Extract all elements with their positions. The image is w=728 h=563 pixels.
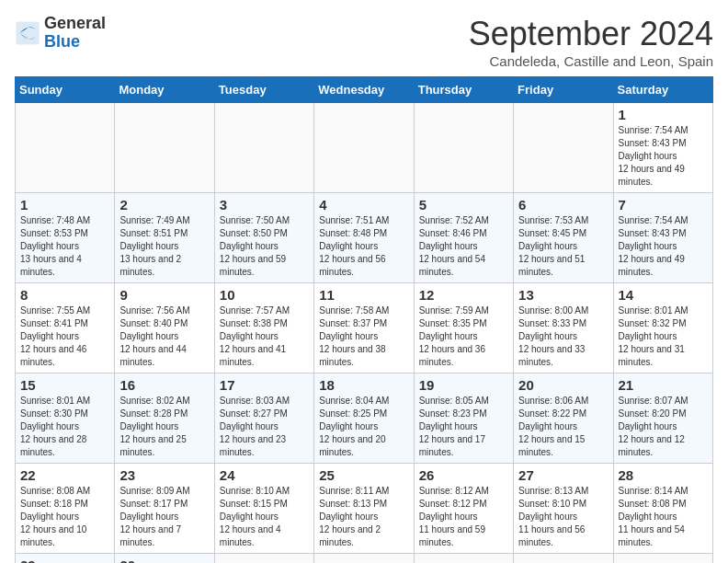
calendar-week-6: 29Sunrise: 8:15 AMSunset: 8:07 PMDayligh… xyxy=(16,554,713,564)
day-number: 16 xyxy=(119,377,209,393)
calendar-cell xyxy=(115,103,214,193)
calendar-cell: 1Sunrise: 7:48 AMSunset: 8:53 PMDaylight… xyxy=(16,193,115,283)
day-number: 2 xyxy=(119,197,209,213)
day-info: Sunrise: 8:07 AMSunset: 8:20 PMDaylight … xyxy=(619,395,708,459)
calendar-week-3: 8Sunrise: 7:55 AMSunset: 8:41 PMDaylight… xyxy=(16,283,713,373)
day-number: 13 xyxy=(518,287,608,303)
day-info: Sunrise: 8:13 AMSunset: 8:10 PMDaylight … xyxy=(518,485,608,549)
day-number: 27 xyxy=(518,467,608,483)
calendar-cell: 27Sunrise: 8:13 AMSunset: 8:10 PMDayligh… xyxy=(514,464,613,554)
day-number: 26 xyxy=(419,467,508,483)
title-area: September 2024 Candeleda, Castille and L… xyxy=(469,15,713,69)
day-number: 1 xyxy=(619,107,708,122)
calendar-cell: 29Sunrise: 8:15 AMSunset: 8:07 PMDayligh… xyxy=(16,554,115,564)
calendar-cell: 25Sunrise: 8:11 AMSunset: 8:13 PMDayligh… xyxy=(314,464,414,554)
day-info: Sunrise: 8:14 AMSunset: 8:08 PMDaylight … xyxy=(619,485,708,549)
header-friday: Friday xyxy=(514,77,613,103)
day-info: Sunrise: 7:58 AMSunset: 8:37 PMDaylight … xyxy=(319,304,408,369)
day-info: Sunrise: 7:48 AMSunset: 8:53 PMDaylight … xyxy=(20,214,109,279)
day-number: 12 xyxy=(419,287,508,303)
day-number: 29 xyxy=(20,557,109,563)
calendar-cell: 11Sunrise: 7:58 AMSunset: 8:37 PMDayligh… xyxy=(314,283,414,373)
day-number: 1 xyxy=(20,197,109,213)
day-info: Sunrise: 7:55 AMSunset: 8:41 PMDaylight … xyxy=(20,304,109,369)
day-info: Sunrise: 8:12 AMSunset: 8:12 PMDaylight … xyxy=(419,485,508,549)
calendar-cell: 3Sunrise: 7:50 AMSunset: 8:50 PMDaylight… xyxy=(214,193,313,283)
header-saturday: Saturday xyxy=(613,77,712,103)
day-number: 21 xyxy=(619,377,708,393)
logo-general-text: General xyxy=(44,14,106,32)
calendar-cell: 23Sunrise: 8:09 AMSunset: 8:17 PMDayligh… xyxy=(115,464,214,554)
calendar-cell xyxy=(514,103,613,193)
logo-blue-text: Blue xyxy=(44,32,80,51)
day-number: 5 xyxy=(419,197,508,213)
day-info: Sunrise: 8:06 AMSunset: 8:22 PMDaylight … xyxy=(518,395,608,459)
calendar-cell: 19Sunrise: 8:05 AMSunset: 8:23 PMDayligh… xyxy=(414,373,513,464)
day-number: 20 xyxy=(518,377,608,393)
day-number: 6 xyxy=(518,197,608,213)
calendar-cell: 15Sunrise: 8:01 AMSunset: 8:30 PMDayligh… xyxy=(16,373,115,464)
calendar-table: SundayMondayTuesdayWednesdayThursdayFrid… xyxy=(15,76,713,563)
calendar-cell: 28Sunrise: 8:14 AMSunset: 8:08 PMDayligh… xyxy=(613,464,712,554)
header-sunday: Sunday xyxy=(16,77,115,103)
day-number: 9 xyxy=(119,287,209,303)
header-monday: Monday xyxy=(115,77,214,103)
calendar-cell: 2Sunrise: 7:49 AMSunset: 8:51 PMDaylight… xyxy=(115,193,214,283)
calendar-cell: 14Sunrise: 8:01 AMSunset: 8:32 PMDayligh… xyxy=(613,283,712,373)
day-info: Sunrise: 8:04 AMSunset: 8:25 PMDaylight … xyxy=(319,395,408,459)
calendar-cell: 12Sunrise: 7:59 AMSunset: 8:35 PMDayligh… xyxy=(414,283,513,373)
day-number: 22 xyxy=(20,467,109,483)
calendar-week-2: 1Sunrise: 7:48 AMSunset: 8:53 PMDaylight… xyxy=(16,193,713,283)
day-number: 14 xyxy=(619,287,708,303)
calendar-week-1: 1Sunrise: 7:54 AMSunset: 8:43 PMDaylight… xyxy=(16,103,713,193)
calendar-cell: 13Sunrise: 8:00 AMSunset: 8:33 PMDayligh… xyxy=(514,283,613,373)
day-number: 25 xyxy=(319,467,408,483)
header-thursday: Thursday xyxy=(414,77,513,103)
day-info: Sunrise: 7:53 AMSunset: 8:45 PMDaylight … xyxy=(518,214,608,279)
day-number: 7 xyxy=(619,197,708,213)
calendar-cell xyxy=(414,554,513,564)
day-info: Sunrise: 8:10 AMSunset: 8:15 PMDaylight … xyxy=(220,485,309,549)
month-title: September 2024 xyxy=(469,15,713,53)
day-info: Sunrise: 8:02 AMSunset: 8:28 PMDaylight … xyxy=(119,395,209,459)
day-info: Sunrise: 8:08 AMSunset: 8:18 PMDaylight … xyxy=(20,485,109,549)
day-info: Sunrise: 8:11 AMSunset: 8:13 PMDaylight … xyxy=(319,485,408,549)
day-number: 28 xyxy=(619,467,708,483)
calendar-cell xyxy=(214,554,313,564)
day-number: 11 xyxy=(319,287,408,303)
day-info: Sunrise: 8:03 AMSunset: 8:27 PMDaylight … xyxy=(220,395,309,459)
calendar-cell: 10Sunrise: 7:57 AMSunset: 8:38 PMDayligh… xyxy=(214,283,313,373)
day-info: Sunrise: 7:50 AMSunset: 8:50 PMDaylight … xyxy=(220,214,309,279)
day-info: Sunrise: 7:54 AMSunset: 8:43 PMDaylight … xyxy=(619,214,708,279)
calendar-cell xyxy=(314,103,414,193)
day-info: Sunrise: 7:56 AMSunset: 8:40 PMDaylight … xyxy=(119,304,209,369)
logo: General Blue xyxy=(15,15,106,52)
day-number: 24 xyxy=(220,467,309,483)
page-header: General Blue September 2024 Candeleda, C… xyxy=(15,15,713,69)
calendar-cell: 7Sunrise: 7:54 AMSunset: 8:43 PMDaylight… xyxy=(613,193,712,283)
day-info: Sunrise: 7:59 AMSunset: 8:35 PMDaylight … xyxy=(419,304,508,369)
calendar-cell: 6Sunrise: 7:53 AMSunset: 8:45 PMDaylight… xyxy=(514,193,613,283)
calendar-cell xyxy=(414,103,513,193)
day-info: Sunrise: 8:09 AMSunset: 8:17 PMDaylight … xyxy=(119,485,209,549)
day-info: Sunrise: 7:52 AMSunset: 8:46 PMDaylight … xyxy=(419,214,508,279)
calendar-cell: 16Sunrise: 8:02 AMSunset: 8:28 PMDayligh… xyxy=(115,373,214,464)
day-number: 17 xyxy=(220,377,309,393)
logo-icon xyxy=(15,20,40,46)
day-number: 15 xyxy=(20,377,109,393)
day-info: Sunrise: 7:49 AMSunset: 8:51 PMDaylight … xyxy=(119,214,209,279)
calendar-cell: 26Sunrise: 8:12 AMSunset: 8:12 PMDayligh… xyxy=(414,464,513,554)
day-info: Sunrise: 8:05 AMSunset: 8:23 PMDaylight … xyxy=(419,395,508,459)
calendar-cell: 4Sunrise: 7:51 AMSunset: 8:48 PMDaylight… xyxy=(314,193,414,283)
calendar-cell xyxy=(214,103,313,193)
day-number: 10 xyxy=(220,287,309,303)
day-info: Sunrise: 7:51 AMSunset: 8:48 PMDaylight … xyxy=(319,214,408,279)
calendar-cell: 21Sunrise: 8:07 AMSunset: 8:20 PMDayligh… xyxy=(613,373,712,464)
calendar-cell: 24Sunrise: 8:10 AMSunset: 8:15 PMDayligh… xyxy=(214,464,313,554)
day-number: 8 xyxy=(20,287,109,303)
day-info: Sunrise: 7:54 AMSunset: 8:43 PMDaylight … xyxy=(619,124,708,189)
calendar-cell: 5Sunrise: 7:52 AMSunset: 8:46 PMDaylight… xyxy=(414,193,513,283)
calendar-week-4: 15Sunrise: 8:01 AMSunset: 8:30 PMDayligh… xyxy=(16,373,713,464)
day-number: 3 xyxy=(220,197,309,213)
day-number: 18 xyxy=(319,377,408,393)
